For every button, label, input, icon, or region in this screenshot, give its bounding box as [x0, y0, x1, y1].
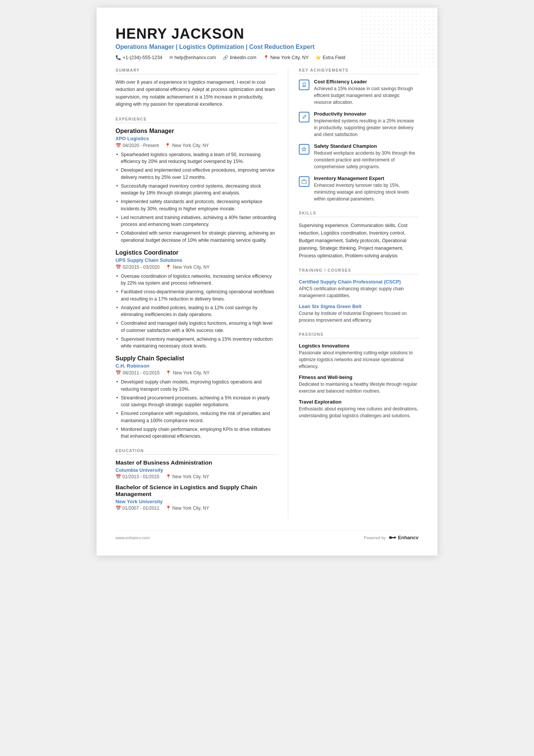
- enhancv-logo: Enhancv: [388, 535, 418, 540]
- training-1: Certified Supply Chain Professional (CSC…: [299, 279, 418, 299]
- bullet-1-6: Collaborated with senior management for …: [116, 230, 277, 244]
- job-meta-2: 📅 02/2015 - 03/2020 📍 New York City, NY: [116, 265, 277, 270]
- education-label: EDUCATION: [116, 448, 277, 455]
- bullet-1-1: Spearheaded logistics operations, leadin…: [116, 151, 277, 166]
- achievements-section: KEY ACHIEVEMENTS Cost Efficiency Leader …: [299, 68, 418, 202]
- passion-3: Travel Exploration Enthusiastic about ex…: [299, 399, 418, 419]
- experience-section: EXPERIENCE Operations Manager XPO Logist…: [116, 117, 277, 440]
- skills-text: Supervising experience, Communication sk…: [299, 222, 418, 260]
- job-bullets-3: Developed supply chain models, improving…: [116, 379, 277, 440]
- edu-school-1: Columbia University: [116, 467, 277, 473]
- edu-degree-1: Master of Business Administration: [116, 459, 277, 466]
- training-section: TRAINING / COURSES Certified Supply Chai…: [299, 268, 418, 324]
- passion-desc-3: Enthusiastic about exploring new culture…: [299, 405, 418, 419]
- bullet-2-2: Facilitated cross-departmental planning,…: [116, 288, 277, 303]
- pin-icon-1: 📍: [165, 143, 170, 148]
- star-icon: ⭐: [315, 55, 321, 60]
- location-icon: 📍: [263, 55, 269, 60]
- resume-page: document.currentScript.insertAdjacentHTM…: [97, 8, 437, 556]
- job-title-1: Operations Manager: [116, 128, 277, 135]
- achievement-title-1: Cost Efficiency Leader: [314, 79, 418, 85]
- job-date-1: 📅 04/2020 - Present: [116, 143, 159, 148]
- training-title-2: Lean Six Sigma Green Belt: [299, 304, 418, 309]
- achievement-icon-1: [299, 80, 309, 90]
- achievement-1: Cost Efficiency Leader Achieved a 15% in…: [299, 79, 418, 106]
- achievements-label: KEY ACHIEVEMENTS: [299, 68, 418, 74]
- training-2: Lean Six Sigma Green Belt Course by Inst…: [299, 304, 418, 324]
- achievement-desc-4: Enhanced inventory turnover ratio by 15%…: [314, 182, 418, 202]
- achievement-2: Productivity Innovator Implemented syste…: [299, 111, 418, 138]
- bullet-1-4: Implemented safety standards and protoco…: [116, 198, 277, 213]
- achievement-3: Safety Standard Champion Reduced workpla…: [299, 143, 418, 170]
- experience-label: EXPERIENCE: [116, 117, 277, 123]
- bullet-3-4: Monitored supply chain performance, empl…: [116, 426, 277, 440]
- bullet-1-3: Successfully managed inventory control s…: [116, 183, 277, 197]
- bullet-1-5: Led recruitment and training initiatives…: [116, 214, 277, 229]
- job-meta-3: 📅 08/2011 - 01/2015 📍 New York City, NY: [116, 370, 277, 376]
- job-loc-1: 📍 New York City, NY: [165, 143, 209, 148]
- job-2: Logistics Coordinator UPS Supply Chain S…: [116, 249, 277, 350]
- education-section: EDUCATION Master of Business Administrat…: [116, 448, 277, 511]
- calendar-icon-3: 📅: [116, 370, 121, 376]
- job-company-2: UPS Supply Chain Solutions: [116, 257, 182, 263]
- job-loc-2: 📍 New York City, NY: [166, 265, 209, 270]
- left-column: SUMMARY With over 8 years of experience …: [116, 68, 288, 519]
- job-company-3: C.H. Robinson: [116, 363, 150, 369]
- edu-loc-1: 📍 New York City, NY: [166, 474, 209, 479]
- job-title-3: Supply Chain Specialist: [116, 355, 277, 362]
- job-date-3: 📅 08/2011 - 01/2015: [116, 370, 159, 376]
- edu-cal-1: 📅 01/2013 - 01/2015: [116, 474, 159, 479]
- email-icon: ✉: [169, 55, 173, 60]
- achievement-desc-3: Reduced workplace accidents by 30% throu…: [314, 150, 418, 170]
- passion-desc-2: Dedicated to maintaining a healthy lifes…: [299, 381, 418, 394]
- passion-1: Logistics Innovations Passionate about i…: [299, 343, 418, 370]
- edu-school-2: New York University: [116, 499, 277, 504]
- passions-section: PASSIONS Logistics Innovations Passionat…: [299, 332, 418, 419]
- passion-title-2: Fitness and Well-being: [299, 374, 418, 380]
- edu-degree-2: Bachelor of Science in Logistics and Sup…: [116, 484, 277, 498]
- phone-icon: 📞: [116, 55, 121, 60]
- bullet-2-1: Oversaw coordination of logistics networ…: [116, 273, 277, 287]
- bullet-2-4: Coordinated and managed daily logistics …: [116, 320, 277, 334]
- bullet-3-3: Ensured compliance with regulations, red…: [116, 410, 277, 424]
- candidate-name: HENRY JACKSON: [116, 26, 418, 42]
- bullet-2-3: Analyzed and modified policies, leading …: [116, 304, 277, 319]
- job-company-line-2: UPS Supply Chain Solutions: [116, 257, 277, 263]
- skills-section: SKILLS Supervising experience, Communica…: [299, 211, 418, 260]
- edu-meta-1: 📅 01/2013 - 01/2015 📍 New York City, NY: [116, 474, 277, 479]
- training-desc-1: APICS certification enhancing strategic …: [299, 285, 418, 299]
- passions-label: PASSIONS: [299, 332, 418, 338]
- calendar-icon-2: 📅: [116, 265, 121, 270]
- right-column: KEY ACHIEVEMENTS Cost Efficiency Leader …: [288, 68, 418, 519]
- achievement-title-4: Inventory Management Expert: [314, 175, 418, 181]
- web-icon: 🔗: [223, 55, 228, 60]
- edu-loc-2: 📍 New York City, NY: [166, 506, 209, 511]
- contact-extra: ⭐ Extra Field: [315, 55, 345, 60]
- contact-location: 📍 New York City, NY: [263, 55, 309, 60]
- skills-label: SKILLS: [299, 211, 418, 217]
- training-title-1: Certified Supply Chain Professional (CSC…: [299, 279, 418, 285]
- edu-cal-2: 📅 01/2007 - 01/2011: [116, 506, 159, 511]
- bullet-1-2: Developed and implemented cost-effective…: [116, 167, 277, 181]
- training-label: TRAINING / COURSES: [299, 268, 418, 274]
- job-meta-1: 📅 04/2020 - Present 📍 New York City, NY: [116, 143, 277, 148]
- job-1: Operations Manager XPO Logistics 📅 04/20…: [116, 128, 277, 244]
- job-bullets-1: Spearheaded logistics operations, leadin…: [116, 151, 277, 244]
- achievement-4: Inventory Management Expert Enhanced inv…: [299, 175, 418, 202]
- achievement-icon-4: [299, 176, 309, 187]
- summary-label: SUMMARY: [116, 68, 277, 74]
- passion-title-3: Travel Exploration: [299, 399, 418, 405]
- achievement-icon-2: [299, 112, 309, 122]
- achievement-desc-2: Implemented systems resulting in a 25% i…: [314, 117, 418, 138]
- achievement-title-3: Safety Standard Champion: [314, 143, 418, 149]
- job-company-line-3: C.H. Robinson: [116, 363, 277, 369]
- candidate-title: Operations Manager | Logistics Optimizat…: [116, 44, 418, 50]
- achievement-title-2: Productivity Innovator: [314, 111, 418, 117]
- achievement-icon-3: [299, 144, 309, 155]
- job-3: Supply Chain Specialist C.H. Robinson 📅 …: [116, 355, 277, 440]
- job-title-2: Logistics Coordinator: [116, 249, 277, 256]
- bullet-3-2: Streamlined procurement processes, achie…: [116, 394, 277, 409]
- contact-web: 🔗 linkedin.com: [223, 55, 256, 60]
- edu-meta-2: 📅 01/2007 - 01/2011 📍 New York City, NY: [116, 506, 277, 511]
- page-footer: www.enhancv.com Powered by Enhancv: [116, 531, 418, 540]
